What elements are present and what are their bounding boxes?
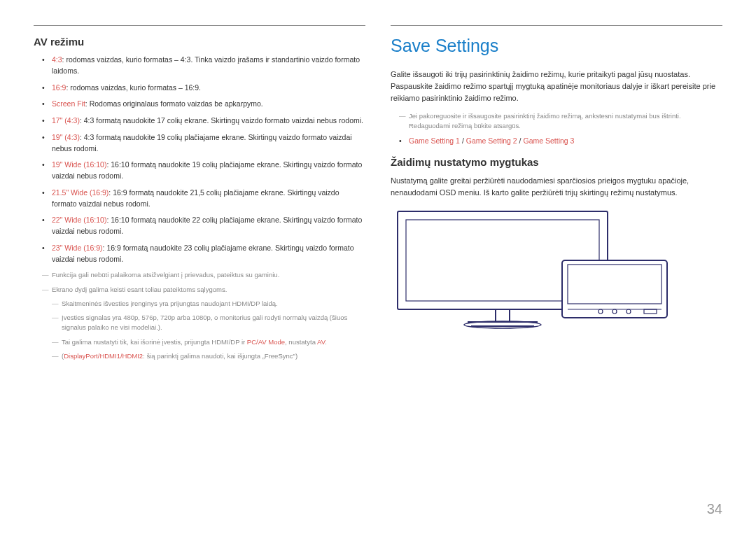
divider <box>391 25 722 26</box>
footnote-nested: Įvesties signalas yra 480p, 576p, 720p a… <box>34 313 365 333</box>
page-number: 34 <box>707 501 722 517</box>
list-item: 19" Wide (16:10): 16:10 formatą naudokit… <box>45 160 365 182</box>
right-column: Save Settings Galite išsaugoti iki trijų… <box>391 25 722 365</box>
save-settings-description: Galite išsaugoti iki trijų pasirinktinių… <box>391 69 722 104</box>
list-item: 17" (4:3): 4:3 formatą naudokite 17 coli… <box>45 115 365 127</box>
list-item: Game Setting 1 / Game Setting 2 / Game S… <box>402 136 722 147</box>
divider <box>34 25 365 26</box>
av-mode-heading: AV režimu <box>34 36 365 48</box>
list-item: 19" (4:3): 4:3 formatą naudokite 19 coli… <box>45 132 365 155</box>
footnote: Funkcija gali nebūti palaikoma atsižvelg… <box>34 270 365 280</box>
footnote-nested: Skaitmeninės išvesties įrenginys yra pri… <box>34 299 365 309</box>
footnote-nested: (DisplayPort/HDMI1/HDMI2: šią parinktį g… <box>34 351 365 361</box>
footnote: Ekrano dydį galima keisti esant toliau p… <box>34 285 365 295</box>
footnote: Jei pakoreguosite ir išsaugosite pasirin… <box>391 111 722 132</box>
save-settings-title: Save Settings <box>391 36 722 56</box>
list-item: 16:9: rodomas vaizdas, kurio formatas – … <box>45 83 365 94</box>
list-item: 22" Wide (16:10): 16:10 formatą naudokit… <box>45 215 365 237</box>
av-mode-list: 4:3: rodomas vaizdas, kurio formatas – 4… <box>34 55 365 265</box>
left-column: AV režimu 4:3: rodomas vaizdas, kurio fo… <box>34 25 365 365</box>
list-item: 21.5" Wide (16:9): 16:9 formatą naudokit… <box>45 188 365 210</box>
list-item: 23" Wide (16:9): 16:9 formatą naudokite … <box>45 243 365 265</box>
list-item: Screen Fit: Rodomas originalaus formato … <box>45 99 365 110</box>
game-settings-list: Game Setting 1 / Game Setting 2 / Game S… <box>391 136 722 147</box>
game-button-description: Nustatymą galite greitai peržiūrėti naud… <box>391 175 722 199</box>
game-button-heading: Žaidimų nustatymo mygtukas <box>391 156 722 168</box>
list-item: 4:3: rodomas vaizdas, kurio formatas – 4… <box>45 55 365 77</box>
footnote-nested: Tai galima nustatyti tik, kai išorinė įv… <box>34 337 365 347</box>
monitor-illustration <box>391 206 722 342</box>
